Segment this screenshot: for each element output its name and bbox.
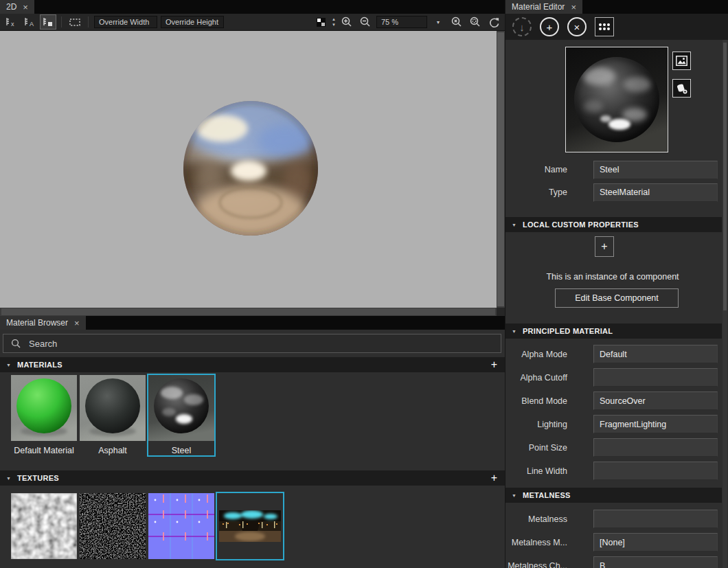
tab-2d-close-icon[interactable]: ×: [23, 3, 28, 12]
line-width-field[interactable]: [593, 462, 718, 480]
viewport-vertical-scrollbar[interactable]: [497, 31, 505, 308]
tab-material-browser[interactable]: Material Browser ×: [0, 316, 86, 330]
metalness-title: METALNESS: [523, 491, 571, 499]
delete-material-button[interactable]: ×: [567, 17, 587, 36]
apply-material-button[interactable]: ↓: [512, 17, 532, 36]
texture-item-environment[interactable]: [216, 492, 284, 560]
shapes-icon: [676, 82, 688, 95]
left-pane: 2D × x A: [0, 0, 505, 568]
spinner-up-icon[interactable]: ▲: [332, 17, 336, 21]
tab-material-browser-close-icon[interactable]: ×: [74, 319, 80, 328]
toolbar-separator: [61, 16, 62, 27]
metalness-channel-field[interactable]: B: [593, 556, 718, 568]
name-row: Name Steel: [505, 161, 718, 179]
metalness-field[interactable]: [593, 510, 718, 528]
create-material-button[interactable]: +: [540, 17, 559, 36]
add-texture-button[interactable]: +: [490, 473, 499, 484]
type-label: Type: [505, 188, 567, 197]
add-custom-property-button[interactable]: +: [595, 236, 614, 257]
editor-scrollbar-thumb[interactable]: [723, 43, 727, 310]
zoom-selection-icon[interactable]: [449, 15, 464, 29]
tab-material-editor-label: Material Editor: [512, 2, 565, 12]
ruler-text-icon[interactable]: A: [22, 15, 37, 29]
texture-item-normal-map[interactable]: [147, 492, 216, 560]
material-browser-pane: Material Browser × ▼ MATERIALS + Def: [0, 316, 505, 568]
metalness-channel-label: Metalness Ch...: [505, 561, 567, 568]
edit-base-component-button[interactable]: Edit Base Component: [555, 288, 679, 308]
viewport-2d-canvas[interactable]: [0, 31, 497, 308]
metalness-collapse-icon[interactable]: ▼: [512, 493, 516, 498]
zoom-step-spinner[interactable]: ▲ ▼: [332, 17, 336, 27]
blend-mode-field[interactable]: SourceOver: [593, 391, 718, 410]
tab-material-editor-close-icon[interactable]: ×: [571, 3, 576, 12]
material-preview[interactable]: [565, 47, 668, 152]
type-field[interactable]: SteelMaterial: [593, 183, 718, 202]
material-item-asphalt[interactable]: Asphalt: [78, 374, 147, 457]
background-checker-icon[interactable]: [313, 15, 328, 29]
metalness-header[interactable]: ▼ METALNESS: [505, 488, 722, 503]
soft-noise-texture-thumbnail: [11, 493, 77, 559]
plus-icon: +: [547, 21, 553, 33]
local-custom-collapse-icon[interactable]: ▼: [512, 223, 516, 227]
open-material-browser-button[interactable]: [595, 17, 614, 36]
metalness-map-row: Metalness M... [None]: [505, 533, 718, 552]
texture-item-noise-fine[interactable]: [78, 492, 147, 560]
default-material-thumbnail: [11, 375, 77, 441]
tab-material-browser-label: Material Browser: [6, 318, 68, 328]
spinner-down-icon[interactable]: ▼: [332, 23, 336, 27]
local-custom-properties-header[interactable]: ▼ LOCAL CUSTOM PROPERTIES: [505, 217, 722, 232]
search-box[interactable]: [3, 334, 501, 353]
tab-material-editor[interactable]: Material Editor ×: [505, 0, 582, 14]
lighting-row: Lighting FragmentLighting: [505, 415, 718, 433]
asphalt-material-thumbnail: [80, 375, 146, 441]
editor-scrollbar[interactable]: [723, 40, 727, 568]
lighting-field[interactable]: FragmentLighting: [593, 415, 718, 433]
point-size-field[interactable]: [593, 438, 718, 457]
metalness-map-field[interactable]: [None]: [593, 533, 718, 552]
lighting-label: Lighting: [505, 420, 567, 429]
image-icon: [676, 56, 687, 66]
zoom-fit-icon[interactable]: [468, 15, 483, 29]
material-item-default[interactable]: Default Material: [10, 374, 78, 457]
alpha-cutoff-label: Alpha Cutoff: [505, 373, 567, 383]
principled-collapse-icon[interactable]: ▼: [512, 329, 516, 334]
preview-environment-button[interactable]: [672, 52, 691, 70]
point-size-label: Point Size: [505, 443, 567, 453]
texture-item-noise-soft[interactable]: [10, 492, 78, 560]
viewport-horizontal-scrollbar[interactable]: [0, 308, 497, 316]
reset-view-icon[interactable]: [486, 15, 501, 29]
materials-section-header[interactable]: ▼ MATERIALS +: [0, 357, 505, 372]
zoom-in-icon[interactable]: [339, 15, 354, 29]
alpha-mode-field[interactable]: Default: [593, 345, 718, 363]
ruler-fill-icon[interactable]: [41, 15, 56, 29]
tab-2d[interactable]: 2D ×: [0, 0, 34, 14]
material-item-label: Asphalt: [98, 446, 127, 455]
zoom-level-input[interactable]: [376, 16, 427, 28]
override-height-input[interactable]: [161, 16, 224, 28]
metalness-row: Metalness: [505, 510, 718, 528]
principled-material-header[interactable]: ▼ PRINCIPLED MATERIAL: [505, 323, 722, 339]
zoom-dropdown-caret-icon[interactable]: ▼: [431, 15, 446, 29]
ruler-clear-icon[interactable]: x: [3, 15, 19, 29]
viewport-horizontal-scrollbar-thumb[interactable]: [1, 308, 495, 315]
selection-bounds-icon[interactable]: [67, 15, 82, 29]
viewport-vertical-scrollbar-thumb[interactable]: [497, 32, 504, 306]
material-item-steel[interactable]: Steel: [147, 374, 216, 457]
add-material-button[interactable]: +: [490, 359, 499, 370]
cross-icon: ×: [574, 21, 580, 33]
textures-section-header[interactable]: ▼ TEXTURES +: [0, 470, 505, 486]
svg-text:A: A: [30, 21, 34, 27]
environment-texture-thumbnail: [219, 510, 281, 542]
override-width-input[interactable]: [94, 16, 157, 28]
material-preview-render: [566, 47, 668, 152]
principled-title: PRINCIPLED MATERIAL: [523, 327, 613, 335]
textures-section-title: TEXTURES: [17, 474, 59, 482]
alpha-cutoff-field[interactable]: [593, 368, 718, 387]
textures-collapse-icon[interactable]: ▼: [6, 476, 11, 481]
materials-collapse-icon[interactable]: ▼: [6, 363, 11, 367]
search-input[interactable]: [29, 339, 501, 349]
name-field[interactable]: Steel: [593, 161, 718, 179]
metalness-channel-row: Metalness Ch... B: [505, 556, 718, 568]
zoom-out-icon[interactable]: [358, 15, 373, 29]
preview-shape-button[interactable]: [672, 79, 691, 98]
